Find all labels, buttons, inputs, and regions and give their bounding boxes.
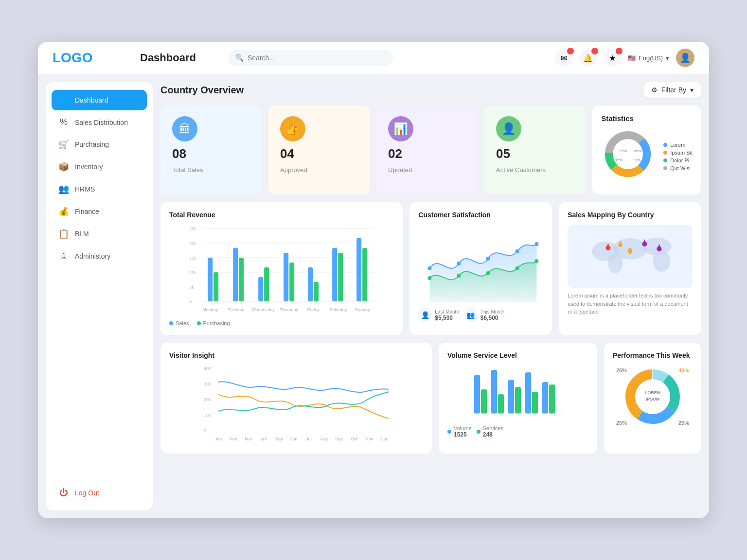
approved-label: Approved — [280, 166, 358, 174]
blm-icon: 📋 — [58, 228, 69, 239]
mail-icon: ✉ — [561, 53, 567, 63]
sidebar-item-label: BLM — [75, 230, 89, 238]
svg-text:Tuesday: Tuesday — [228, 307, 245, 312]
legend-dot-ipsum — [663, 151, 667, 155]
bell-icon-btn[interactable]: 🔔 — [579, 49, 597, 67]
svg-rect-28 — [289, 262, 294, 301]
sidebar-item-sales-distribution[interactable]: % Sales Distribution — [52, 112, 147, 132]
svg-point-49 — [486, 271, 490, 275]
performance-card: Performance This Week LOREM — [604, 343, 701, 454]
volume-title: Volume Service Level — [447, 351, 588, 359]
sidebar: 🌐 Dashboard % Sales Distribution 🛒 Purch… — [46, 82, 153, 510]
svg-rect-31 — [332, 248, 337, 301]
sidebar-item-administory[interactable]: 🖨 Administory — [52, 246, 147, 266]
avatar[interactable]: 👤 — [676, 49, 694, 67]
statistics-donut: 25% 25% 13% 37% — [601, 127, 659, 186]
total-sales-icon: 🏛 — [172, 116, 197, 141]
svg-text:400: 400 — [204, 366, 211, 371]
logo: LOGO — [53, 50, 130, 66]
percent-icon: % — [58, 117, 69, 127]
stats-row: 🏛 08 Total Sales 👍 04 Approved 📊 02 Upda… — [160, 105, 701, 194]
services-value: 248 — [483, 431, 503, 438]
svg-rect-92 — [532, 392, 538, 414]
dashboard-icon: 🌐 — [58, 95, 69, 105]
svg-text:Nov: Nov — [365, 437, 374, 441]
svg-text:Wednesday: Wednesday — [251, 307, 275, 312]
sidebar-item-hrms[interactable]: 👥 HRMS — [52, 179, 147, 199]
legend-dot-lorem — [663, 143, 667, 147]
svg-rect-93 — [542, 382, 548, 414]
svg-rect-26 — [264, 267, 269, 301]
svg-point-45 — [516, 249, 519, 253]
legend-label-dolor: Dolor Pi — [670, 158, 689, 163]
purchasing-label: Purchasing — [203, 320, 230, 326]
active-customers-icon: 👤 — [496, 116, 521, 141]
search-bar[interactable]: 🔍 — [228, 50, 393, 66]
updated-icon: 📊 — [388, 116, 413, 141]
legend-item-dolor: Dolor Pi — [663, 158, 693, 163]
services-dot — [477, 430, 480, 434]
filter-button[interactable]: ⚙ Filter By ▾ — [643, 82, 701, 98]
world-map-svg — [568, 225, 693, 288]
svg-rect-33 — [356, 238, 361, 301]
sales-mapping-card: Sales Mapping By Country — [559, 202, 701, 335]
sidebar-item-label: Finance — [75, 208, 99, 215]
svg-text:Sunday: Sunday — [355, 307, 370, 312]
header: LOGO Dashboard 🔍 ✉ 🔔 ★ 🇺🇸 Eng(US) ▾ — [38, 42, 709, 74]
hrms-icon: 👥 — [58, 184, 69, 194]
total-sales-label: Total Sales — [172, 166, 250, 174]
total-revenue-card: Total Revenue 25k 20k 15k 10k 5k 0 — [160, 202, 403, 335]
sidebar-item-inventory[interactable]: 📦 Inventory — [52, 157, 147, 177]
svg-text:Apr: Apr — [260, 437, 267, 441]
lang-selector[interactable]: 🇺🇸 Eng(US) ▾ — [628, 54, 669, 62]
cart-icon: 🛒 — [58, 139, 69, 150]
flag-icon: 🇺🇸 — [628, 54, 636, 62]
svg-text:5k: 5k — [189, 285, 194, 290]
lang-label: Eng(US) — [639, 54, 663, 62]
legend-sales: Sales — [169, 320, 189, 326]
svg-text:Saturday: Saturday — [329, 307, 347, 312]
app-window: LOGO Dashboard 🔍 ✉ 🔔 ★ 🇺🇸 Eng(US) ▾ — [38, 42, 709, 518]
section-title: Country Overview — [160, 85, 244, 96]
legend-item-ipsum: Ipsum Sit — [663, 150, 693, 156]
page-title: Dashboard — [140, 52, 218, 64]
finance-icon: 💰 — [58, 206, 69, 217]
search-input[interactable] — [248, 54, 385, 62]
legend-label-lorem: Lorem — [670, 142, 685, 148]
svg-rect-27 — [284, 253, 288, 301]
active-customers-label: Active Customers — [496, 166, 574, 174]
sidebar-item-dashboard[interactable]: 🌐 Dashboard — [52, 90, 147, 110]
logout-button[interactable]: ⏻ Log Out — [52, 483, 147, 503]
svg-point-44 — [486, 257, 490, 261]
bell-icon: 🔔 — [583, 53, 593, 63]
svg-rect-21 — [208, 258, 213, 301]
sidebar-item-finance[interactable]: 💰 Finance — [52, 201, 147, 222]
sidebar-item-label: Inventory — [75, 163, 103, 171]
svg-rect-23 — [233, 248, 238, 301]
approved-number: 04 — [280, 146, 358, 161]
mail-icon-btn[interactable]: ✉ — [555, 49, 572, 67]
legend-dot-qut — [663, 166, 667, 170]
filter-label: Filter By — [661, 86, 686, 94]
statistics-title: Statistics — [601, 114, 693, 122]
svg-point-48 — [457, 274, 461, 278]
svg-text:IPSUM: IPSUM — [646, 397, 660, 402]
star-icon-btn[interactable]: ★ — [604, 49, 621, 67]
sidebar-item-blm[interactable]: 📋 BLM — [52, 224, 147, 244]
volume-metric: Volume 1525 — [447, 425, 472, 438]
svg-text:May: May — [274, 437, 283, 441]
svg-rect-90 — [515, 387, 521, 414]
last-month-label: Last Month — [435, 309, 459, 315]
perf-label-40: 40% — [678, 368, 689, 373]
updated-number: 02 — [388, 146, 466, 161]
sidebar-item-label: Purchasing — [75, 140, 109, 148]
svg-text:Jul: Jul — [306, 437, 312, 441]
svg-rect-88 — [498, 394, 504, 414]
svg-rect-89 — [508, 380, 514, 414]
svg-rect-24 — [239, 258, 244, 301]
approved-icon: 👍 — [280, 116, 305, 141]
statistics-legend: Lorem Ipsum Sit Dolor Pi — [663, 142, 693, 171]
sidebar-item-purchasing[interactable]: 🛒 Purchasing — [52, 134, 147, 155]
volume-chart — [447, 365, 588, 423]
svg-rect-91 — [525, 372, 531, 414]
